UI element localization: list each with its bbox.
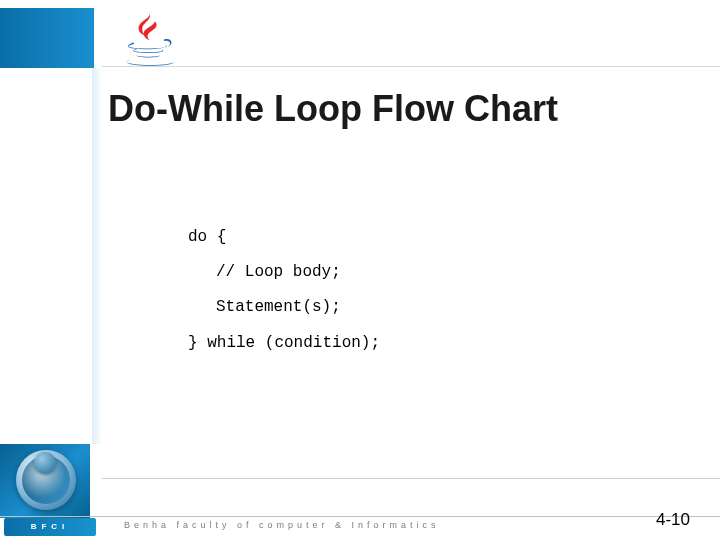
code-line-1: do {: [188, 228, 226, 246]
code-line-3: Statement(s);: [188, 290, 380, 325]
header-stripe: [0, 8, 720, 68]
footer-gap: [90, 444, 102, 518]
header-divider: [102, 66, 720, 67]
header-blue-block: [0, 8, 94, 68]
org-full-name: Benha faculty of computer & Informatics: [124, 520, 440, 530]
java-logo-icon: [110, 8, 188, 68]
code-line-4: } while (condition);: [188, 334, 380, 352]
slide-title: Do-While Loop Flow Chart: [108, 88, 558, 130]
header-gap: [94, 8, 102, 68]
page-number: 4-10: [656, 510, 690, 530]
footer-divider-upper: [102, 478, 720, 479]
code-line-2: // Loop body;: [188, 255, 380, 290]
code-block: do { // Loop body; Statement(s); } while…: [188, 220, 380, 361]
footer-divider-lower: [0, 516, 720, 517]
vertical-accent: [92, 68, 102, 444]
globe-badge-small-icon: [34, 452, 56, 474]
org-abbr-badge: BFCI: [4, 518, 96, 536]
globe-badge-icon: [16, 450, 76, 510]
